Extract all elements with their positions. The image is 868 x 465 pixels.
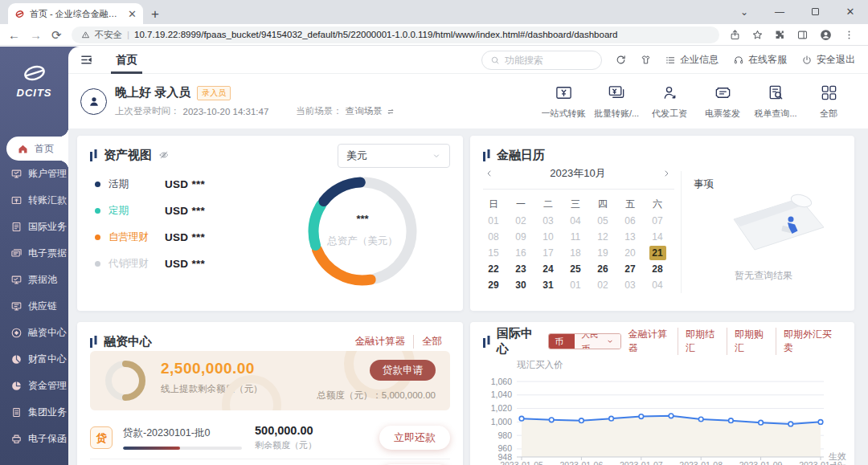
extensions-puzzle-icon[interactable] [774,29,786,41]
theme-icon[interactable] [640,54,652,66]
calendar-day-today[interactable]: 21 [644,245,671,261]
calendar-day[interactable]: 12 [589,229,616,245]
legend-value: USD *** [165,205,205,217]
calendar-day[interactable]: 03 [534,213,562,229]
new-tab-button[interactable]: + [151,7,159,21]
share-icon[interactable] [729,29,741,41]
intl-link-spot-purchase[interactable]: 即期购汇 [727,328,776,355]
sidebar-item-accounts[interactable]: 账户管理 [0,161,68,187]
quick-action-payroll[interactable]: 代发工资 [645,84,694,120]
loan-apply-button[interactable]: 贷款申请 [370,360,436,381]
tab-home[interactable]: 首页 [114,47,139,74]
browser-tab[interactable]: 首页 - 企业综合金融服务平台 ✕ [8,3,143,24]
chevron-down-icon [432,151,441,161]
browser-menu-kebab-icon[interactable] [843,29,855,41]
legend-value: USD *** [165,178,205,190]
calendar-day[interactable]: 26 [589,261,616,277]
calendar-day[interactable]: 18 [562,245,589,261]
sidebar-item-transfer[interactable]: 转账汇款 [0,187,68,214]
switch-scene-icon[interactable] [386,107,395,116]
calendar-day[interactable]: 19 [589,245,616,261]
calendar-day[interactable]: 14 [644,229,671,245]
header-action-safe-logout[interactable]: 安全退出 [801,53,855,67]
sidebar-item-guarantee[interactable]: 电子保函 [0,426,68,452]
calendar-day[interactable]: 22 [480,261,507,277]
intl-link-spot-settlement[interactable]: 即期结汇 [678,328,727,355]
url-field[interactable]: 不安全 | 10.7.19.22:8999/fpaas_bucket/94154… [72,27,719,43]
intl-link-spot-fx-trade[interactable]: 即期外汇买卖 [776,328,841,355]
side-panel-icon[interactable] [796,29,809,41]
user-avatar[interactable] [80,88,107,115]
quick-action-e-draft-issue[interactable]: 电票签发 [698,84,747,120]
window-minimize-icon[interactable]: — [762,0,797,24]
sidebar-item-international[interactable]: 国际业务 [0,214,68,240]
quick-action-batch-transfer[interactable]: 批量转账/... [592,84,641,120]
calendar-day[interactable]: 01 [480,213,507,229]
calendar-day[interactable]: 27 [616,261,644,277]
calendar-day[interactable]: 09 [507,229,534,245]
window-restore-icon[interactable] [797,0,833,24]
calendar-day[interactable]: 03 [616,277,644,293]
calendar-day[interactable]: 16 [507,245,534,261]
calendar-day[interactable]: 10 [534,229,562,245]
calendar-day[interactable]: 02 [507,213,534,229]
refresh-icon[interactable] [615,54,627,66]
calendar-day[interactable]: 04 [562,213,589,229]
calendar-day[interactable]: 17 [534,245,562,261]
window-close-icon[interactable]: ✕ [833,0,868,24]
calendar-day[interactable]: 20 [616,245,644,261]
sidebar-item-home[interactable]: 首页 [6,137,68,161]
calendar-prev-icon[interactable] [485,169,494,178]
calendar-day[interactable]: 04 [644,277,671,293]
calendar-day[interactable]: 23 [507,261,534,277]
repay-now-button[interactable]: 立即还款 [379,426,450,450]
sidebar-item-wealth[interactable]: 财富中心 [0,346,68,373]
sidebar-item-e-bill[interactable]: 电子票据 [0,240,68,267]
quick-action-tax-query[interactable]: 税单查询... [751,84,800,120]
search-input[interactable] [505,55,585,66]
calendar-day[interactable]: 01 [562,277,589,293]
sidebar-item-supply-chain[interactable]: 供应链 [0,293,68,320]
calendar-day[interactable]: 30 [507,277,534,293]
calendar-day[interactable]: 25 [562,261,589,277]
calendar-day[interactable]: 02 [589,277,616,293]
back-icon[interactable]: ← [8,29,20,41]
sidebar-item-bill-pool[interactable]: 票据池 [0,267,68,293]
quick-action-all-apps[interactable]: 全部 [804,84,854,120]
calendar-day[interactable]: 06 [616,213,644,229]
intl-link-finance-calculator[interactable]: 金融计算器 [621,328,678,355]
currency-type-select[interactable]: 币种 人民币 [548,333,620,349]
search-icon [490,55,500,65]
header-action-company-info[interactable]: 企业信息 [665,53,719,67]
calendar-day[interactable]: 24 [534,261,562,277]
header-action-online-service[interactable]: 在线客服 [733,53,787,67]
tab-close-icon[interactable]: ✕ [128,9,137,19]
calendar-day[interactable]: 29 [480,277,507,293]
calendar-day[interactable]: 13 [616,229,644,245]
link-finance-calculator[interactable]: 金融计算器 [347,335,414,349]
calendar-day[interactable]: 07 [644,213,671,229]
calendar-day[interactable]: 15 [480,245,507,261]
sidebar-item-group[interactable]: 集团业务 [0,399,68,426]
sidebar-item-financing[interactable]: 融资中心 [0,320,68,346]
eye-off-icon[interactable] [158,149,170,161]
svg-text:1,040: 1,040 [491,390,512,399]
sidebar-item-funds[interactable]: 资金管理 [0,373,68,399]
calendar-day[interactable]: 05 [589,213,616,229]
calendar-day[interactable]: 28 [644,261,671,277]
function-search[interactable] [481,51,602,70]
tab-search-icon[interactable]: ⌄ [727,0,762,24]
forward-icon[interactable]: → [30,29,42,41]
calendar-day[interactable]: 11 [562,229,589,245]
reload-icon[interactable]: ⟳ [51,29,62,41]
quick-action-label: 代发工资 [652,108,687,120]
profile-avatar-icon[interactable] [819,28,833,42]
link-all[interactable]: 全部 [413,335,450,349]
calendar-next-icon[interactable] [661,169,671,178]
e-draft-icon [714,84,732,102]
quick-action-one-stop-transfer[interactable]: 一站式转账 [538,84,588,120]
calendar-day[interactable]: 31 [534,277,562,293]
bookmark-star-icon[interactable] [751,29,764,41]
menu-fold-icon[interactable] [80,53,93,67]
calendar-day[interactable]: 08 [480,229,507,245]
